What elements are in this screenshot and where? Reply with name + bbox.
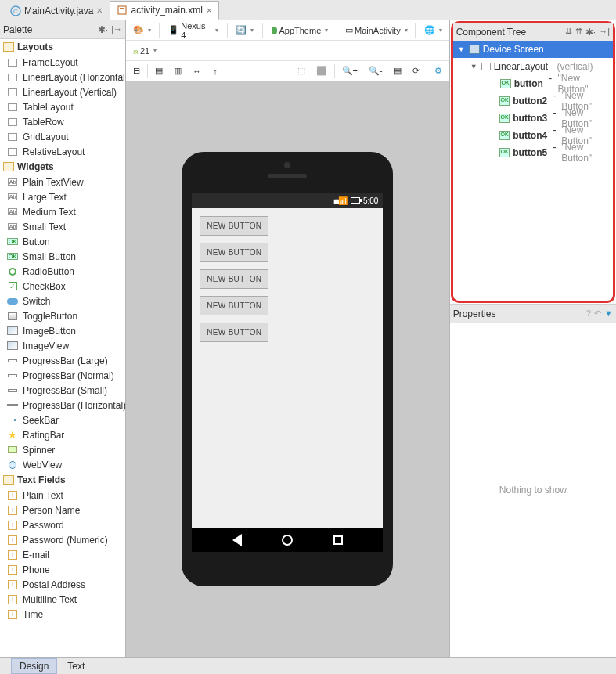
palette-item-password[interactable]: IPassword <box>0 517 125 532</box>
palette-item-password-numeric[interactable]: IPassword (Numeric) <box>0 532 125 547</box>
tree-node-device-screen[interactable]: ▼ Device Screen <box>453 41 613 58</box>
palette-item-postal[interactable]: IPostal Address <box>0 577 125 592</box>
palette-item-imageview[interactable]: ImageView <box>0 338 125 353</box>
clock-label: 5:00 <box>363 196 378 205</box>
palette-item-progressbar-horizontal[interactable]: ProgressBar (Horizontal) <box>0 398 125 413</box>
properties-panel: Properties ? ↶ ▼ Nothing to show <box>450 304 616 657</box>
group-textfields[interactable]: Text Fields <box>0 472 125 488</box>
palette-item-email[interactable]: IE-mail <box>0 547 125 562</box>
collapse-all-icon[interactable]: ⇈ <box>575 27 582 38</box>
settings-button[interactable]: ⚙ <box>430 63 446 79</box>
footer-tab-design[interactable]: Design <box>11 658 57 674</box>
palette-item-button[interactable]: OKButton <box>0 234 125 249</box>
palette-item-spinner[interactable]: Spinner <box>0 442 125 457</box>
palette-item-switch[interactable]: Switch <box>0 294 125 308</box>
gear-icon[interactable]: ✱· <box>98 24 108 35</box>
remove-button[interactable]: ⊟ <box>129 63 144 79</box>
palette-item-personname[interactable]: IPerson Name <box>0 503 125 517</box>
design-canvas[interactable]: 📶 5:00 NEW BUTTON NEW BUTTON NEW BUTTON … <box>126 81 449 657</box>
chevron-down-icon[interactable]: ▼ <box>470 63 478 70</box>
palette-item-multiline[interactable]: IMultiline Text <box>0 592 125 607</box>
palette-item-seekbar[interactable]: ⊸SeekBar <box>0 413 125 427</box>
palette-item-linearlayout-v[interactable]: LinearLayout (Vertical) <box>0 85 125 99</box>
tree-node-button5[interactable]: OKbutton5 - "New Button" <box>453 144 613 161</box>
component-tree-title: Component Tree <box>456 27 526 38</box>
align-v-button[interactable]: ↕ <box>208 63 222 79</box>
zoom-fit-button[interactable]: ⬚ <box>294 63 309 79</box>
palette-item-medium-text[interactable]: AbMedium Text <box>0 204 125 219</box>
palette-item-textview[interactable]: AbPlain TextView <box>0 175 125 189</box>
locale-button[interactable]: 🌐 <box>420 23 445 38</box>
palette-item-checkbox[interactable]: ✓CheckBox <box>0 279 125 294</box>
render-button[interactable]: 🎨 <box>129 23 154 38</box>
preview-button-3[interactable]: NEW BUTTON <box>200 269 268 289</box>
palette-item-plaintext[interactable]: IPlain Text <box>0 488 125 503</box>
palette-item-tablerow[interactable]: TableRow <box>0 114 125 129</box>
collapse-icon[interactable]: |→ <box>111 24 122 35</box>
palette-header: Palette ✱· |→ <box>0 20 125 39</box>
palette-item-progressbar-normal[interactable]: ProgressBar (Normal) <box>0 368 125 383</box>
palette-item-framelayout[interactable]: FrameLayout <box>0 55 125 70</box>
palette-list[interactable]: Layouts FrameLayout LinearLayout (Horizo… <box>0 39 125 657</box>
align-center-button[interactable]: ▥ <box>170 63 186 79</box>
palette-item-linearlayout-h[interactable]: LinearLayout (Horizontal) <box>0 70 125 85</box>
component-tree[interactable]: ▼ Device Screen ▼ LinearLayout (vertical… <box>453 41 613 161</box>
theme-selector[interactable]: AppTheme <box>268 23 332 38</box>
group-layouts[interactable]: Layouts <box>0 39 125 55</box>
api-selector[interactable]: ⍝21 <box>129 43 160 59</box>
java-file-icon: C <box>10 5 21 16</box>
designer-pane: 🎨 📱Nexus 4 🔄 AppTheme ▭MainActivity 🌐 ⍝2… <box>126 20 449 657</box>
align-left-button[interactable]: ▤ <box>151 63 167 79</box>
tab-main-activity[interactable]: C MainActivity.java ✕ <box>3 1 110 20</box>
footer-tab-text[interactable]: Text <box>59 658 93 674</box>
preview-button-2[interactable]: NEW BUTTON <box>200 243 268 262</box>
recent-icon[interactable] <box>333 535 343 545</box>
device-screen[interactable]: 📶 5:00 NEW BUTTON NEW BUTTON NEW BUTTON … <box>192 193 383 552</box>
layout-icon <box>6 146 19 157</box>
palette-item-imagebutton[interactable]: ImageButton <box>0 323 125 338</box>
palette-item-small-text[interactable]: AbSmall Text <box>0 219 125 234</box>
preview-button-4[interactable]: NEW BUTTON <box>200 296 268 315</box>
button-icon: OK <box>500 79 511 88</box>
palette-item-large-text[interactable]: AbLarge Text <box>0 189 125 204</box>
orientation-button[interactable]: 🔄 <box>232 23 258 38</box>
zoom-out-button[interactable]: 🔍- <box>365 63 387 79</box>
align-right-button[interactable]: ↔ <box>189 63 205 79</box>
close-icon[interactable]: ✕ <box>96 6 103 15</box>
refresh-button[interactable]: ⟳ <box>409 63 423 79</box>
zoom-in-button[interactable]: 🔍+ <box>338 63 362 79</box>
palette-item-gridlayout[interactable]: GridLayout <box>0 129 125 144</box>
expand-all-icon[interactable]: ⇊ <box>565 27 572 38</box>
device-selector[interactable]: 📱Nexus 4 <box>164 23 222 38</box>
palette-item-small-button[interactable]: OKSmall Button <box>0 249 125 264</box>
palette-item-phone[interactable]: IPhone <box>0 562 125 577</box>
linearlayout-preview[interactable]: NEW BUTTON NEW BUTTON NEW BUTTON NEW BUT… <box>192 208 383 528</box>
activity-selector[interactable]: ▭MainActivity <box>342 23 410 38</box>
tab-activity-main-xml[interactable]: activity_main.xml ✕ <box>110 1 218 20</box>
textfield-icon: I <box>6 490 19 501</box>
help-icon[interactable]: ? <box>586 308 591 319</box>
close-icon[interactable]: ✕ <box>206 6 212 15</box>
back-icon[interactable] <box>232 534 242 546</box>
text-icon: Ab <box>6 222 19 232</box>
palette-item-ratingbar[interactable]: ★RatingBar <box>0 427 125 442</box>
gear-icon[interactable]: ✱· <box>585 27 596 38</box>
palette-item-webview[interactable]: WebView <box>0 457 125 472</box>
chevron-down-icon[interactable]: ▼ <box>458 45 466 53</box>
preview-button-1[interactable]: NEW BUTTON <box>200 216 268 236</box>
hide-icon[interactable]: →| <box>599 27 610 38</box>
palette-item-tablelayout[interactable]: TableLayout <box>0 99 125 114</box>
preview-button-5[interactable]: NEW BUTTON <box>200 323 268 342</box>
palette-item-progressbar-small[interactable]: ProgressBar (Small) <box>0 383 125 398</box>
group-widgets[interactable]: Widgets <box>0 159 125 175</box>
palette-item-progressbar-large[interactable]: ProgressBar (Large) <box>0 353 125 368</box>
home-icon[interactable] <box>282 535 293 546</box>
zoom-actual-button[interactable]: ⬛ <box>312 63 331 79</box>
pan-button[interactable]: ▤ <box>390 63 405 79</box>
filter-icon[interactable]: ▼ <box>604 308 613 319</box>
palette-item-time[interactable]: ITime <box>0 607 125 622</box>
palette-item-radiobutton[interactable]: RadioButton <box>0 264 125 279</box>
undo-icon[interactable]: ↶ <box>594 308 601 319</box>
palette-item-togglebutton[interactable]: ToggleButton <box>0 308 125 323</box>
palette-item-relativelayout[interactable]: RelativeLayout <box>0 144 125 159</box>
